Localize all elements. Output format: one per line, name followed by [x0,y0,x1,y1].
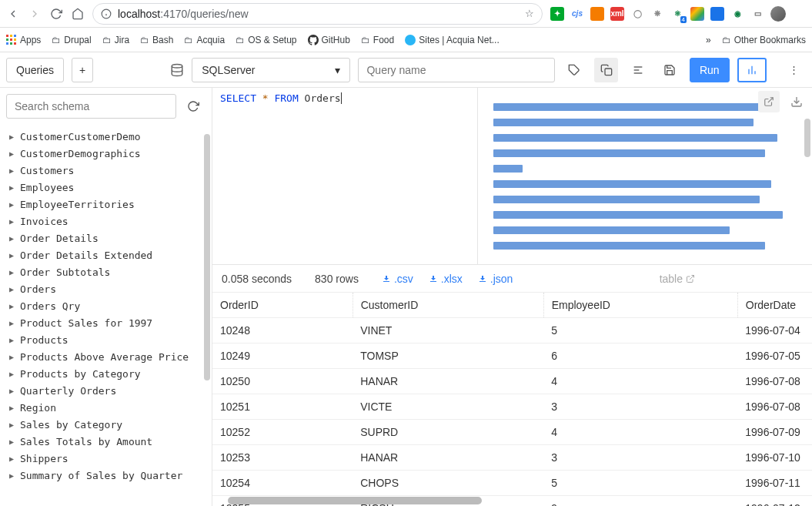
browser-menu-icon[interactable]: ⋮ [792,7,806,21]
schema-item[interactable]: ▶Sales by Category [9,416,212,433]
open-chart-icon[interactable] [758,91,780,112]
back-icon[interactable] [6,7,20,21]
tags-icon[interactable] [563,58,586,82]
download-xlsx[interactable]: .xlsx [429,273,463,285]
bookmark-overflow[interactable]: » [706,35,711,45]
results-table-wrap[interactable]: OrderIDCustomerIDEmployeeIDOrderDateRequ… [212,293,812,506]
schema-list[interactable]: ▶CustomerCustomerDemo▶CustomerDemographi… [0,125,212,506]
table-cell: HANAR [353,369,543,394]
format-icon[interactable] [626,58,650,82]
schema-item[interactable]: ▶Invoices [9,213,212,230]
schema-item[interactable]: ▶Products [9,331,212,348]
site-info-icon[interactable] [101,8,112,19]
table-row[interactable]: 10254CHOPS51996-07-111996 [212,471,812,496]
home-icon[interactable] [71,7,85,21]
bookmark-item[interactable]: Sites | Acquia Net... [405,35,500,45]
schema-item[interactable]: ▶Order Details Extended [9,246,212,263]
chart-scrollbar[interactable] [804,119,810,157]
schema-search-input[interactable] [6,94,176,119]
column-header[interactable]: EmployeeID [543,293,737,318]
schema-refresh-icon[interactable] [181,94,206,119]
schema-item[interactable]: ▶Orders [9,280,212,297]
column-header[interactable]: CustomerID [353,293,543,318]
connection-select[interactable]: SQLServer▾ [192,58,350,82]
bookmark-item[interactable]: 🗀Jira [102,35,129,45]
schema-item[interactable]: ▶Product Sales for 1997 [9,314,212,331]
bookmark-item[interactable]: 🗀Acquia [184,35,225,45]
schema-item[interactable]: ▶Region [9,399,212,416]
bookmark-item[interactable]: GitHub [308,35,350,45]
column-header[interactable]: OrderID [212,293,353,318]
bookmark-item[interactable]: 🗀Food [361,35,394,45]
save-icon[interactable] [658,58,682,82]
ext-evernote-icon[interactable]: ✦ [550,7,564,21]
table-cell: 5 [543,471,737,496]
reload-icon[interactable] [49,7,63,21]
caret-right-icon: ▶ [9,268,15,276]
schema-item[interactable]: ▶Products by Category [9,365,212,382]
app-menu-icon[interactable]: ⋮ [782,58,806,82]
chart-toggle-button[interactable] [737,58,767,82]
address-bar[interactable]: localhost:4170/queries/new ☆ [92,3,543,25]
table-row[interactable]: 10252SUPRD41996-07-091996 [212,420,812,445]
ext-circle-icon[interactable]: ◯ [630,7,644,21]
sql-editor[interactable]: SELECT * FROM Orders [212,88,478,264]
ext-orange-icon[interactable] [590,7,604,21]
schema-item[interactable]: ▶EmployeeTerritories [9,196,212,213]
profile-avatar[interactable] [770,6,786,22]
schema-item[interactable]: ▶Customers [9,162,212,179]
ext-blue-icon[interactable] [710,7,724,21]
schema-item[interactable]: ▶Products Above Average Price [9,348,212,365]
schema-item[interactable]: ▶CustomerCustomerDemo [9,128,212,145]
ext-google-icon[interactable] [690,7,704,21]
query-timing: 0.058 seconds [222,273,292,285]
table-row[interactable]: 10253HANAR31996-07-101996 [212,445,812,471]
other-bookmarks[interactable]: 🗀Other Bookmarks [722,35,806,45]
new-query-button[interactable]: + [72,58,93,82]
ext-green-icon[interactable]: ◉ [730,7,744,21]
ext-cjs-icon[interactable]: cjs [570,7,584,21]
download-json[interactable]: .json [478,273,513,285]
schema-item[interactable]: ▶Employees [9,179,212,196]
chart-bar [493,226,730,234]
bookmark-item[interactable]: 🗀Drupal [52,35,91,45]
chart-bar [493,149,765,157]
schema-item[interactable]: ▶Summary of Sales by Quarter [9,467,212,484]
run-button[interactable]: Run [690,58,730,82]
table-cell: 1996-07-05 [737,343,812,369]
schema-item[interactable]: ▶Sales Totals by Amount [9,433,212,450]
chart-bar [493,211,783,219]
sidebar-scrollbar[interactable] [204,134,210,380]
column-header[interactable]: OrderDate [737,293,812,318]
ext-box-icon[interactable]: ▭ [750,7,764,21]
table-horizontal-scrollbar[interactable] [228,497,482,504]
bookmark-item[interactable]: 🗀OS & Setup [236,35,296,45]
apps-shortcut[interactable]: Apps [6,35,41,45]
schema-item[interactable]: ▶Orders Qry [9,297,212,314]
table-row[interactable]: 10251VICTE31996-07-081996 [212,394,812,420]
ext-gear-icon[interactable]: ❋ [650,7,664,21]
schema-item[interactable]: ▶CustomerDemographics [9,145,212,162]
schema-item[interactable]: ▶Shippers [9,450,212,467]
schema-item[interactable]: ▶Order Subtotals [9,263,212,280]
ext-react-icon[interactable]: ⚛4 [670,7,684,21]
table-row[interactable]: 10250HANAR41996-07-081996 [212,369,812,394]
copy-icon[interactable] [594,58,618,82]
schema-item[interactable]: ▶Order Details [9,230,212,246]
caret-right-icon: ▶ [9,149,15,158]
bookmark-star-icon[interactable]: ☆ [525,8,534,19]
table-row[interactable]: 10249TOMSP61996-07-051996 [212,343,812,369]
bookmark-item[interactable]: 🗀Bash [140,35,173,45]
app-toolbar: Queries + SQLServer▾ Run ⋮ [0,52,812,88]
download-chart-icon[interactable] [786,91,807,112]
query-name-input[interactable] [358,58,554,82]
chart-bar [493,165,523,173]
table-cell: SUPRD [353,420,543,445]
table-link[interactable]: table [660,273,695,285]
queries-button[interactable]: Queries [6,58,64,82]
ext-xml-icon[interactable]: xml [610,7,624,21]
table-row[interactable]: 10248VINET51996-07-041996 [212,318,812,343]
chart-bars [493,103,789,250]
download-csv[interactable]: .csv [382,273,413,285]
schema-item[interactable]: ▶Quarterly Orders [9,382,212,399]
